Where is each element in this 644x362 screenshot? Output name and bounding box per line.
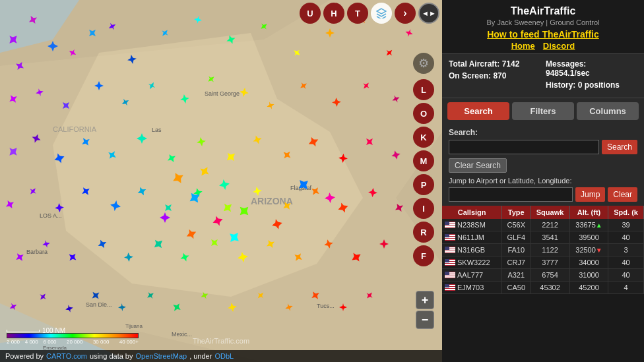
tab-columns[interactable]: Columns xyxy=(577,102,639,120)
svg-text:San Die...: San Die... xyxy=(86,301,112,308)
map-attribution: Powered by CARTO.com using data by OpenS… xyxy=(0,350,442,362)
panel-nav: Home Discord xyxy=(445,41,641,51)
r-button[interactable]: R xyxy=(413,222,434,243)
right-panel: TheAirTraffic By Jack Sweeney | Ground C… xyxy=(442,0,644,362)
speed-cell: 39 xyxy=(608,219,644,231)
altitude-cell: 45200 xyxy=(569,282,608,294)
altitude-cell: 34000 xyxy=(569,256,608,269)
squawk-cell: 45302 xyxy=(531,282,570,294)
callsign-value: N238SM xyxy=(457,221,486,229)
search-label: Search: xyxy=(449,128,637,137)
table-row[interactable]: N238SMC56X221233675▲39 xyxy=(442,219,644,231)
svg-text:Mexic...: Mexic... xyxy=(172,331,192,338)
zoom-in-button[interactable]: + xyxy=(416,291,434,309)
u-button[interactable]: U xyxy=(300,3,321,24)
table-row[interactable]: AAL777A32167543100040 xyxy=(442,269,644,282)
panel-title: TheAirTraffic xyxy=(445,5,641,17)
stats-row: Total Aircraft: 7142 On Screen: 870 Mess… xyxy=(442,54,644,98)
col-squawk: Squawk xyxy=(531,206,570,219)
discord-link[interactable]: Discord xyxy=(543,41,575,51)
history-stat: History: 0 positions xyxy=(546,80,637,90)
altitude-cell: 31000 xyxy=(569,269,608,282)
panel-subtitle: By Jack Sweeney | Ground Control xyxy=(445,18,641,26)
ground-control-link[interactable]: Ground Control xyxy=(550,18,599,26)
callsign-cell[interactable]: N238SM xyxy=(442,219,502,231)
k-button[interactable]: K xyxy=(413,127,434,148)
vertical-toolbar: L O K M P I R F xyxy=(413,79,434,266)
zoom-controls: + − xyxy=(416,291,434,329)
map-area[interactable]: ARIZONA CALIFORNIA Saint George Flagstaf… xyxy=(0,0,442,362)
zoom-out-button[interactable]: − xyxy=(416,311,434,329)
carto-link[interactable]: CARTO.com xyxy=(46,352,87,360)
type-cell: A321 xyxy=(502,269,531,282)
osm-link[interactable]: OpenStreetMap xyxy=(135,352,187,360)
callsign-value: EJM703 xyxy=(457,284,484,291)
callsign-cell[interactable]: N611JM xyxy=(442,231,502,244)
type-cell: CA50 xyxy=(502,282,531,294)
us-flag xyxy=(445,222,455,228)
total-aircraft-stat: Total Aircraft: 7142 xyxy=(449,59,540,69)
table-row[interactable]: SKW3222CRJ737773400040 xyxy=(442,256,644,269)
speed-cell: 3 xyxy=(608,244,644,256)
col-type: Type xyxy=(502,206,531,219)
callsign-cell[interactable]: N316GB xyxy=(442,244,502,256)
odbl-link[interactable]: ODbL xyxy=(214,352,234,360)
on-screen-stat: On Screen: 870 xyxy=(449,71,540,80)
table-row[interactable]: N316GBFA10112232500▼3 xyxy=(442,244,644,256)
table-row[interactable]: EJM703CA5045302452004 xyxy=(442,282,644,294)
tab-search[interactable]: Search xyxy=(447,102,509,120)
speed-cell: 40 xyxy=(608,269,644,282)
altitude-cell: 33675▲ xyxy=(569,219,608,231)
map-top-toolbar: U H T › ◄► xyxy=(300,3,439,24)
arrows-button[interactable]: ◄► xyxy=(418,3,439,24)
callsign-value: AAL777 xyxy=(457,271,483,279)
search-input[interactable] xyxy=(449,140,599,154)
t-button[interactable]: T xyxy=(347,3,368,24)
callsign-cell[interactable]: EJM703 xyxy=(442,282,502,294)
color-scale: 2 000 4 000 6 000 20 000 30 000 40 000+ xyxy=(7,333,139,345)
jump-label: Jump to Airport or Latitude, Longitude: xyxy=(449,177,637,185)
svg-text:Tucs...: Tucs... xyxy=(317,303,335,309)
callsign-cell[interactable]: SKW3222 xyxy=(442,256,502,269)
svg-text:CALIFORNIA: CALIFORNIA xyxy=(53,125,97,133)
h-button[interactable]: H xyxy=(323,3,344,24)
l-button[interactable]: L xyxy=(413,79,434,100)
f-button[interactable]: F xyxy=(413,245,434,266)
expand-button[interactable]: › xyxy=(395,3,416,24)
o-button[interactable]: O xyxy=(413,103,434,124)
type-cell: C56X xyxy=(502,219,531,231)
type-cell: CRJ7 xyxy=(502,256,531,269)
us-flag xyxy=(445,272,455,278)
p-button[interactable]: P xyxy=(413,174,434,195)
us-flag xyxy=(445,234,455,241)
altitude-cell: 32500▼ xyxy=(569,244,608,256)
clear-search-button[interactable]: Clear Search xyxy=(449,158,507,173)
search-button[interactable]: Search xyxy=(602,140,637,154)
i-button[interactable]: I xyxy=(413,198,434,219)
speed-cell: 40 xyxy=(608,231,644,244)
speed-cell: 4 xyxy=(608,282,644,294)
layers-button[interactable] xyxy=(371,3,392,24)
clear-jump-button[interactable]: Clear xyxy=(608,187,637,202)
messages-stat: Messages:94854.1/sec xyxy=(546,59,637,78)
callsign-value: N611JM xyxy=(457,233,484,241)
gear-button[interactable]: ⚙ xyxy=(413,53,434,74)
watermark: TheAirTraffic.com xyxy=(193,337,249,345)
svg-text:Saint George: Saint George xyxy=(205,90,240,97)
aircraft-table[interactable]: Callsign Type Squawk Alt. (ft) Spd. (k N… xyxy=(442,206,644,362)
home-link[interactable]: Home xyxy=(511,41,535,51)
panel-header: TheAirTraffic By Jack Sweeney | Ground C… xyxy=(442,0,644,54)
tab-filters[interactable]: Filters xyxy=(512,102,574,120)
feed-link[interactable]: How to feed TheAirTraffic xyxy=(445,29,641,40)
col-alt: Alt. (ft) xyxy=(569,206,608,219)
svg-text:Las: Las xyxy=(152,127,162,133)
squawk-cell: 6754 xyxy=(531,269,570,282)
squawk-cell: 1122 xyxy=(531,244,570,256)
callsign-cell[interactable]: AAL777 xyxy=(442,269,502,282)
us-flag xyxy=(445,284,455,291)
jump-button[interactable]: Jump xyxy=(575,187,605,202)
table-row[interactable]: N611JMGLF435413950040 xyxy=(442,231,644,244)
jump-input[interactable] xyxy=(449,187,573,202)
m-button[interactable]: M xyxy=(413,150,434,171)
squawk-cell: 3541 xyxy=(531,231,570,244)
